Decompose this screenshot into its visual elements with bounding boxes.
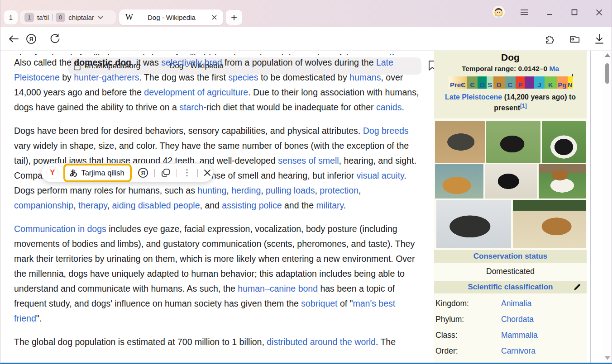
timescale-segment-D[interactable]: D bbox=[493, 76, 505, 89]
timescale-segment-PreЄ[interactable]: PreЄ bbox=[449, 76, 468, 89]
inline-link[interactable]: Dog breeds bbox=[363, 126, 409, 136]
download-icon[interactable] bbox=[594, 33, 605, 44]
menu-icon[interactable] bbox=[519, 7, 529, 17]
article-body: The dog (Canis familiaris or Canis lupus… bbox=[14, 51, 424, 358]
inline-link[interactable]: Late Pleistocene bbox=[445, 93, 502, 101]
new-tab-button[interactable]: + bbox=[226, 10, 242, 25]
text-segment: of " bbox=[337, 298, 353, 308]
timescale-label: D bbox=[497, 81, 502, 89]
dog-photo-sled-dogs[interactable] bbox=[436, 200, 511, 248]
tab-dog-wikipedia[interactable]: W Dog - Wikipedia bbox=[119, 9, 223, 25]
inline-link[interactable]: hunting bbox=[197, 185, 226, 195]
chevron-down-icon[interactable] bbox=[97, 15, 104, 19]
back-icon[interactable] bbox=[8, 33, 19, 44]
timescale-segment-N[interactable]: N bbox=[568, 76, 573, 89]
yandex-logo-icon[interactable]: Y bbox=[46, 166, 59, 179]
inline-link[interactable]: companionship bbox=[14, 200, 73, 210]
dog-photo-mottled-running[interactable] bbox=[435, 121, 485, 163]
inline-link[interactable]: pulling loads bbox=[266, 185, 315, 195]
timescale-segment-C[interactable]: C bbox=[505, 76, 516, 89]
inline-link[interactable]: species bbox=[228, 72, 258, 82]
timescale-label: S bbox=[488, 81, 492, 89]
minimize-button[interactable] bbox=[545, 7, 555, 17]
reload-icon[interactable] bbox=[49, 33, 60, 44]
popup-translate-label: Tarjima qilish bbox=[81, 169, 124, 177]
scroll-down-arrow[interactable] bbox=[605, 356, 610, 360]
inline-link[interactable]: Communication in dogs bbox=[14, 224, 106, 234]
timescale-label: J bbox=[537, 81, 541, 89]
scrollbar-thumb[interactable] bbox=[605, 63, 609, 84]
text-segment: to be domesticated by bbox=[258, 72, 349, 82]
inline-link[interactable]: sobriquet bbox=[301, 298, 337, 308]
inline-link[interactable]: military bbox=[316, 200, 343, 210]
timescale-label: K bbox=[548, 81, 553, 89]
avatar[interactable] bbox=[492, 6, 505, 18]
inline-link[interactable]: visual acuity bbox=[357, 170, 404, 180]
inline-link[interactable]: aiding disabled people bbox=[112, 200, 200, 210]
dog-photo-black-white-standing[interactable] bbox=[486, 121, 540, 163]
tax-value-link[interactable]: Carnivora bbox=[501, 343, 536, 359]
tab-group-pill[interactable]: 1 ta'til 0 chiptalar bbox=[20, 10, 116, 24]
timescale-segment-Pg[interactable]: Pg bbox=[557, 76, 568, 89]
inline-link[interactable]: Ma bbox=[550, 65, 559, 72]
text-segment: , and bbox=[200, 200, 222, 210]
inline-link[interactable]: herding bbox=[231, 185, 261, 195]
inline-link[interactable]: distributed around the world bbox=[267, 337, 376, 347]
scrollbar[interactable] bbox=[602, 51, 612, 363]
tax-value-link[interactable]: Animalia bbox=[501, 296, 531, 312]
group-divider bbox=[52, 14, 53, 21]
timescale-segment-J[interactable]: J bbox=[534, 76, 545, 89]
timescale-segment-O[interactable]: O bbox=[478, 76, 487, 89]
copy-icon[interactable] bbox=[161, 168, 171, 178]
inline-link[interactable]: assisting police bbox=[222, 200, 282, 210]
maximize-button[interactable] bbox=[569, 7, 579, 17]
text-segment: , bbox=[73, 200, 78, 210]
timescale-label: T bbox=[527, 81, 531, 89]
dog-photo-golden-water[interactable] bbox=[435, 164, 483, 199]
edit-pencil-icon[interactable] bbox=[574, 283, 581, 291]
inline-link[interactable]: starch bbox=[179, 102, 203, 112]
close-button[interactable] bbox=[594, 7, 604, 17]
timescale-segment-Є[interactable]: Є bbox=[467, 76, 478, 89]
taxonomy-table: Kingdom: Animalia Phylum: Chordata Class… bbox=[434, 293, 587, 359]
table-row: Class: Mammalia bbox=[434, 327, 587, 343]
tax-value-link[interactable]: Chordata bbox=[501, 312, 534, 327]
popup-more-icon[interactable]: ⋮ bbox=[183, 171, 191, 174]
inline-link[interactable]: selectively bred bbox=[161, 57, 222, 67]
dog-photo-longhaired[interactable] bbox=[542, 121, 586, 163]
group-label: ta'til bbox=[37, 14, 49, 21]
timescale-segment-P[interactable]: P bbox=[516, 76, 525, 89]
tax-rank: Phylum: bbox=[434, 312, 501, 327]
reference-link[interactable]: [1] bbox=[520, 103, 527, 109]
inline-link[interactable]: canids bbox=[376, 102, 402, 112]
tab-close-icon[interactable] bbox=[211, 14, 217, 20]
paragraph: Also called the domestic dog, it was sel… bbox=[14, 55, 424, 115]
inline-link[interactable]: hunter-gatherers bbox=[74, 72, 139, 82]
text-segment: Temporal range: 0.0142–0 bbox=[462, 65, 550, 72]
collections-tag-icon[interactable] bbox=[569, 33, 580, 44]
tax-value-link[interactable]: Mammalia bbox=[501, 327, 538, 343]
timescale-label: Є bbox=[470, 81, 475, 89]
inline-link[interactable]: protection bbox=[320, 185, 359, 195]
dog-photo-terrier[interactable] bbox=[539, 164, 586, 199]
dog-photo-beach-dogs[interactable] bbox=[513, 200, 586, 248]
inline-link[interactable]: therapy bbox=[78, 200, 107, 210]
inline-link[interactable]: development of agriculture bbox=[144, 87, 248, 97]
timescale-segment-K[interactable]: K bbox=[545, 76, 557, 89]
popup-close-icon[interactable] bbox=[204, 169, 211, 176]
popup-translate-button[interactable]: あ Tarjima qilish bbox=[63, 164, 132, 182]
timescale-segment-T[interactable]: T bbox=[525, 76, 534, 89]
scroll-up-arrow[interactable] bbox=[605, 53, 610, 57]
dog-image-grid bbox=[434, 121, 587, 249]
yandex-search-icon[interactable]: Я bbox=[138, 167, 148, 178]
tab-counter-pill[interactable]: 1 bbox=[4, 10, 18, 24]
extensions-icon[interactable] bbox=[544, 33, 555, 44]
geologic-timescale: PreЄЄOSDCPTJKPgN bbox=[449, 76, 573, 89]
dog-photo-black-lab[interactable] bbox=[485, 164, 537, 199]
inline-link[interactable]: humans bbox=[349, 72, 381, 82]
inline-link[interactable]: human–canine bond bbox=[238, 284, 318, 293]
yandex-browser-icon[interactable]: Я bbox=[26, 33, 37, 44]
inline-link[interactable]: senses of smell bbox=[278, 156, 339, 165]
conservation-header-text: Conservation status bbox=[473, 252, 547, 261]
timescale-segment-S[interactable]: S bbox=[487, 76, 493, 89]
